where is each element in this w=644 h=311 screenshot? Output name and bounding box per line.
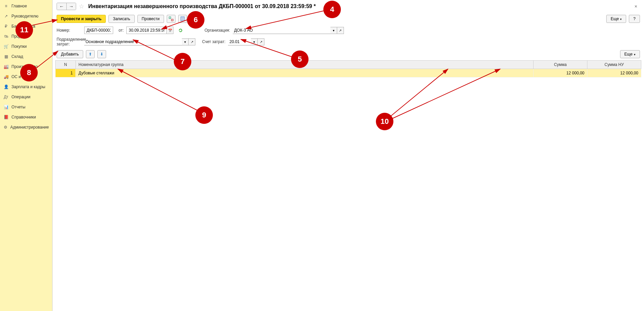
- org-input-group: ▾ ↗: [233, 27, 344, 34]
- bars-icon: 📊: [3, 104, 9, 110]
- forward-button[interactable]: →: [66, 3, 76, 10]
- cell-sum[interactable]: 12 000,00: [534, 69, 587, 77]
- main-content: ← → ☆ Инвентаризация незавершенного прои…: [53, 0, 644, 311]
- org-label: Организация:: [204, 28, 230, 33]
- account-input-group: ▾ ↗: [228, 38, 264, 45]
- favorite-icon[interactable]: ☆: [79, 3, 84, 10]
- marker-11: 11: [15, 21, 33, 39]
- marker-6: 6: [187, 11, 204, 29]
- calendar-icon[interactable]: 📅: [167, 27, 173, 34]
- number-input[interactable]: [84, 27, 113, 34]
- cell-nomenclature[interactable]: Дубовые стеллажи: [76, 69, 534, 77]
- sidebar-item-warehouse[interactable]: ▦Склад: [0, 51, 52, 62]
- dept-label: Подразделение затрат:: [57, 37, 82, 47]
- marker-10: 10: [376, 113, 393, 130]
- sidebar-item-label: Главное: [11, 4, 27, 8]
- close-icon[interactable]: ×: [632, 4, 640, 9]
- org-input[interactable]: [233, 27, 330, 34]
- dt-icon: Дт: [3, 94, 9, 100]
- post-and-close-button[interactable]: Провести и закрыть: [57, 15, 106, 23]
- account-dropdown-icon[interactable]: ▾: [251, 38, 258, 45]
- post-button[interactable]: Провести: [137, 15, 164, 23]
- dept-dropdown-icon[interactable]: ▾: [182, 38, 189, 45]
- ruble-icon: ₽: [3, 24, 9, 29]
- cell-sum-nu[interactable]: 12 000,00: [587, 69, 641, 77]
- account-label: Счет затрат:: [202, 39, 225, 44]
- chevron-down-icon: ▾: [620, 18, 622, 21]
- sidebar: ≡Главное ↗Руководителю ₽Банк и касса 🛍Пр…: [0, 0, 53, 311]
- sidebar-item-main[interactable]: ≡Главное: [0, 1, 52, 11]
- org-open-icon[interactable]: ↗: [337, 27, 344, 34]
- marker-7: 7: [174, 53, 191, 70]
- dept-open-icon[interactable]: ↗: [189, 38, 195, 45]
- sidebar-item-salary[interactable]: 👤Зарплата и кадры: [0, 82, 52, 92]
- bag-icon: 🛍: [3, 34, 9, 39]
- col-sum[interactable]: Сумма: [534, 60, 587, 69]
- sidebar-item-label: Администрирование: [10, 125, 49, 130]
- sidebar-item-label: Зарплата и кадры: [11, 84, 45, 89]
- cart-icon: 🛒: [3, 44, 9, 49]
- book-icon: 📕: [3, 114, 9, 120]
- sidebar-item-label: Склад: [11, 54, 23, 59]
- marker-5: 5: [291, 50, 309, 68]
- svg-rect-1: [171, 19, 173, 21]
- write-button[interactable]: Записать: [108, 15, 134, 23]
- sidebar-item-purchases[interactable]: 🛒Покупки: [0, 41, 52, 51]
- move-down-button[interactable]: ⬇: [97, 50, 106, 58]
- form-row-2: Подразделение затрат: ▾ ↗ Счет затрат: ▾…: [53, 36, 644, 48]
- help-button[interactable]: ?: [629, 15, 640, 23]
- truck-icon: 🚚: [3, 74, 9, 79]
- sidebar-item-references[interactable]: 📕Справочники: [0, 112, 52, 122]
- table-header-row: N Номенклатурная группа Сумма Сумма НУ: [56, 60, 641, 69]
- account-open-icon[interactable]: ↗: [258, 38, 264, 45]
- col-sum-nu[interactable]: Сумма НУ: [587, 60, 641, 69]
- sidebar-item-manager[interactable]: ↗Руководителю: [0, 11, 52, 21]
- dept-input-group: ▾ ↗: [84, 38, 195, 45]
- sidebar-item-label: Справочники: [11, 115, 36, 119]
- add-button[interactable]: Добавить: [57, 50, 83, 58]
- from-label: от:: [119, 28, 124, 33]
- move-up-button[interactable]: ⬆: [86, 50, 95, 58]
- dept-input[interactable]: [84, 38, 182, 45]
- gear-icon: ⚙: [3, 125, 8, 130]
- number-label: Номер:: [57, 28, 82, 33]
- page-title: Инвентаризация незавершенного производст…: [88, 3, 316, 9]
- items-table: N Номенклатурная группа Сумма Сумма НУ 1…: [55, 60, 641, 77]
- marker-8: 8: [20, 64, 38, 81]
- print-button[interactable]: [178, 15, 187, 23]
- date-input-group: 📅: [126, 27, 173, 34]
- svg-rect-0: [169, 17, 171, 19]
- nav-buttons: ← →: [57, 3, 76, 10]
- more-button[interactable]: Еще▾: [606, 15, 626, 23]
- sidebar-item-label: Покупки: [11, 44, 27, 49]
- table-more-button[interactable]: Еще▾: [620, 50, 640, 58]
- main-toolbar: Провести и закрыть Записать Провести Еще…: [53, 13, 644, 25]
- cell-n[interactable]: 1: [56, 69, 76, 77]
- person-icon: 👤: [3, 84, 9, 90]
- table-toolbar: Добавить ⬆ ⬇ Еще▾: [53, 48, 644, 60]
- register-button[interactable]: [167, 15, 175, 23]
- chevron-down-icon: ▾: [634, 53, 636, 56]
- factory-icon: 🏭: [3, 64, 9, 69]
- account-input[interactable]: [228, 38, 251, 45]
- table-row[interactable]: 1 Дубовые стеллажи 12 000,00 12 000,00: [56, 69, 641, 77]
- chart-icon: ↗: [3, 13, 9, 19]
- sidebar-item-label: Отчеты: [11, 105, 25, 109]
- marker-9: 9: [195, 106, 213, 124]
- org-dropdown-icon[interactable]: ▾: [330, 27, 337, 34]
- page-header: ← → ☆ Инвентаризация незавершенного прои…: [53, 0, 644, 13]
- sidebar-item-operations[interactable]: ДтОперации: [0, 92, 52, 102]
- sidebar-item-reports[interactable]: 📊Отчеты: [0, 102, 52, 112]
- sidebar-item-admin[interactable]: ⚙Администрирование: [0, 122, 52, 132]
- col-n[interactable]: N: [56, 60, 76, 69]
- marker-4: 4: [323, 1, 341, 18]
- sidebar-item-label: Операции: [11, 95, 30, 99]
- sidebar-item-label: Руководителю: [11, 14, 38, 19]
- form-row-1: Номер: от: 📅 Организация: ▾ ↗: [53, 25, 644, 36]
- refresh-date-button[interactable]: [176, 26, 185, 34]
- date-input[interactable]: [126, 27, 167, 34]
- menu-icon: ≡: [3, 3, 9, 9]
- back-button[interactable]: ←: [57, 3, 66, 10]
- grid-icon: ▦: [3, 54, 9, 59]
